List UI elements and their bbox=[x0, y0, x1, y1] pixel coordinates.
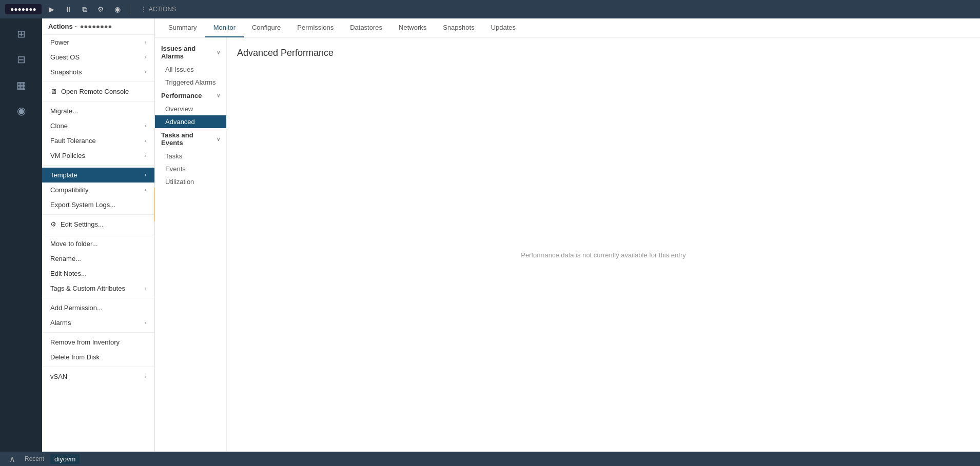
menu-item-template[interactable]: Template › bbox=[42, 168, 154, 183]
context-menu-panel: Actions - ●●●●●●●● Power › Guest OS › Sn… bbox=[42, 18, 155, 452]
tab-configure[interactable]: Configure bbox=[244, 18, 289, 37]
sidebar-vms-icon[interactable]: ⊟ bbox=[11, 49, 31, 70]
menu-item-template-label: Template bbox=[50, 171, 77, 179]
menu-item-power[interactable]: Power › bbox=[42, 35, 154, 50]
menu-item-edit-notes[interactable]: Edit Notes... bbox=[42, 266, 154, 281]
monitor-nav-advanced[interactable]: Advanced bbox=[155, 115, 226, 128]
recent-label: Recent bbox=[25, 455, 44, 462]
menu-item-move-to-folder[interactable]: Move to folder... bbox=[42, 236, 154, 251]
tab-snapshots[interactable]: Snapshots bbox=[435, 18, 482, 37]
actions-label: ACTIONS bbox=[149, 6, 176, 13]
menu-item-delete-from-disk[interactable]: Delete from Disk bbox=[42, 350, 154, 364]
separator bbox=[42, 234, 154, 234]
chevron-icon: › bbox=[145, 123, 146, 129]
tasks-events-label: Tasks and Events bbox=[161, 131, 217, 147]
menu-item-edit-settings[interactable]: ⚙ Edit Settings... bbox=[42, 217, 154, 232]
vm-label[interactable]: diyovm bbox=[50, 454, 80, 464]
menu-item-edit-notes-label: Edit Notes... bbox=[50, 270, 87, 277]
chevron-down-icon: ∨ bbox=[217, 50, 220, 55]
separator bbox=[42, 367, 154, 367]
no-data-message: Performance data is not currently availa… bbox=[521, 251, 686, 259]
menu-item-export-system-logs[interactable]: Export System Logs... bbox=[42, 197, 154, 212]
separator bbox=[42, 101, 154, 102]
monitor-content: Issues and Alarms ∨ All Issues Triggered… bbox=[155, 37, 980, 452]
monitor-nav-section-tasks-events[interactable]: Tasks and Events ∨ bbox=[155, 128, 226, 150]
remote-console-icon: 🖥 bbox=[50, 88, 57, 95]
tab-datastores[interactable]: Datastores bbox=[342, 18, 390, 37]
separator bbox=[42, 332, 154, 333]
menu-item-vsan[interactable]: vSAN › bbox=[42, 369, 154, 384]
menu-item-clone[interactable]: Clone › bbox=[42, 118, 154, 133]
menu-item-tags-custom-attributes-label: Tags & Custom Attributes bbox=[50, 285, 125, 292]
menu-item-add-permission[interactable]: Add Permission... bbox=[42, 300, 154, 315]
actions-dots: ⋮ bbox=[141, 6, 147, 13]
actions-button[interactable]: ⋮ ACTIONS bbox=[136, 4, 180, 15]
snapshot-button[interactable]: ◉ bbox=[111, 3, 124, 15]
chevron-icon: › bbox=[145, 172, 146, 178]
menu-item-vsan-label: vSAN bbox=[50, 373, 67, 380]
menu-item-rename[interactable]: Rename... bbox=[42, 251, 154, 266]
menu-item-remove-from-inventory[interactable]: Remove from Inventory bbox=[42, 335, 154, 350]
monitor-left-nav: Issues and Alarms ∨ All Issues Triggered… bbox=[155, 37, 227, 452]
chevron-icon: › bbox=[145, 39, 146, 45]
menu-item-remove-from-inventory-label: Remove from Inventory bbox=[50, 338, 120, 346]
sidebar-network-icon[interactable]: ◉ bbox=[11, 100, 31, 121]
menu-item-snapshots[interactable]: Snapshots › bbox=[42, 65, 154, 79]
menu-item-tags-custom-attributes[interactable]: Tags & Custom Attributes › bbox=[42, 281, 154, 296]
monitor-nav-events[interactable]: Events bbox=[155, 163, 226, 175]
menu-item-vm-policies[interactable]: VM Policies › bbox=[42, 148, 154, 163]
menu-item-rename-label: Rename... bbox=[50, 255, 81, 262]
menu-item-vm-policies-label: VM Policies bbox=[50, 152, 85, 159]
menu-item-compatibility-label: Compatibility bbox=[50, 186, 88, 194]
chevron-icon: › bbox=[145, 286, 146, 291]
menu-item-migrate[interactable]: Migrate... bbox=[42, 104, 154, 118]
tab-summary[interactable]: Summary bbox=[160, 18, 205, 37]
tab-networks[interactable]: Networks bbox=[390, 18, 435, 37]
chevron-down-icon: ∨ bbox=[217, 136, 220, 142]
menu-item-alarms[interactable]: Alarms › bbox=[42, 315, 154, 330]
monitor-nav-overview[interactable]: Overview bbox=[155, 103, 226, 115]
performance-label: Performance bbox=[161, 92, 202, 99]
vm-name-badge: ●●●●●●● bbox=[5, 4, 42, 14]
menu-item-power-label: Power bbox=[50, 38, 69, 46]
chevron-icon: › bbox=[145, 69, 146, 75]
chevron-icon: › bbox=[145, 320, 146, 326]
tab-updates[interactable]: Updates bbox=[483, 18, 524, 37]
monitor-nav-tasks[interactable]: Tasks bbox=[155, 150, 226, 163]
sidebar-inventory-icon[interactable]: ⊞ bbox=[11, 24, 31, 44]
tab-permissions[interactable]: Permissions bbox=[289, 18, 342, 37]
menu-item-guest-os-label: Guest OS bbox=[50, 53, 80, 61]
play-button[interactable]: ▶ bbox=[46, 3, 57, 15]
chevron-down-icon: ∨ bbox=[217, 93, 220, 98]
monitor-nav-section-issues[interactable]: Issues and Alarms ∨ bbox=[155, 42, 226, 63]
monitor-nav-utilization[interactable]: Utilization bbox=[155, 175, 226, 188]
monitor-nav-section-performance[interactable]: Performance ∨ bbox=[155, 89, 226, 103]
chevron-icon: › bbox=[145, 138, 146, 144]
main-layout: ⊞ ⊟ ▦ ◉ Actions - ●●●●●●●● Power › Guest… bbox=[0, 18, 980, 452]
sidebar-storage-icon[interactable]: ▦ bbox=[11, 75, 31, 95]
monitor-nav-all-issues[interactable]: All Issues bbox=[155, 63, 226, 76]
settings-button[interactable]: ⚙ bbox=[94, 3, 107, 15]
chevron-icon: › bbox=[145, 153, 146, 158]
collapse-button[interactable]: ∧ bbox=[6, 453, 18, 465]
menu-header-name: ●●●●●●●● bbox=[80, 23, 112, 30]
menu-item-guest-os[interactable]: Guest OS › bbox=[42, 50, 154, 65]
chevron-icon: › bbox=[145, 187, 146, 193]
toolbar-divider bbox=[130, 4, 130, 14]
monitor-nav-triggered-alarms[interactable]: Triggered Alarms bbox=[155, 76, 226, 89]
top-toolbar: ●●●●●●● ▶ ⏸ ⧉ ⚙ ◉ ⋮ ACTIONS bbox=[0, 0, 980, 18]
menu-item-open-remote-console[interactable]: 🖥 Open Remote Console bbox=[42, 84, 154, 99]
console-button[interactable]: ⧉ bbox=[79, 3, 90, 16]
menu-item-compatibility[interactable]: Compatibility › bbox=[42, 183, 154, 197]
chevron-icon: › bbox=[145, 54, 146, 60]
tab-monitor[interactable]: Monitor bbox=[205, 18, 244, 37]
pause-button[interactable]: ⏸ bbox=[62, 3, 75, 15]
menu-item-snapshots-label: Snapshots bbox=[50, 68, 82, 76]
menu-item-migrate-label: Migrate... bbox=[50, 107, 78, 115]
separator bbox=[42, 165, 154, 166]
menu-item-export-system-logs-label: Export System Logs... bbox=[50, 201, 115, 209]
separator bbox=[42, 298, 154, 298]
menu-item-fault-tolerance[interactable]: Fault Tolerance › bbox=[42, 133, 154, 148]
sidebar: ⊞ ⊟ ▦ ◉ bbox=[0, 18, 42, 452]
content-area: Advanced Performance Performance data is… bbox=[227, 37, 980, 452]
